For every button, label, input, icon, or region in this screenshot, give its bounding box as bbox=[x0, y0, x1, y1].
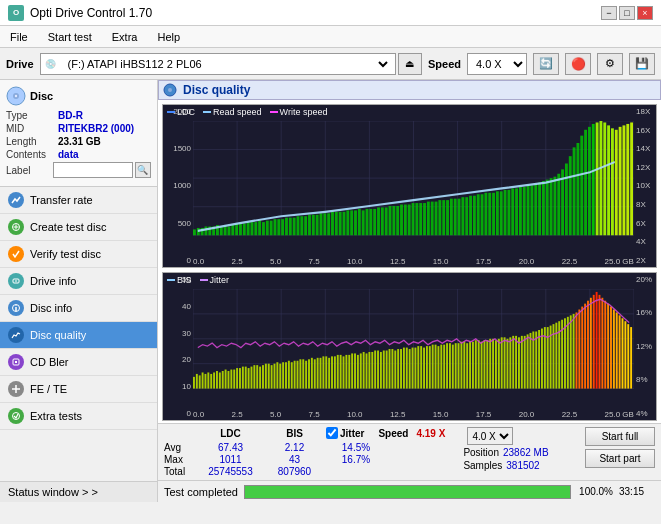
close-button[interactable]: × bbox=[637, 6, 653, 20]
svg-rect-82 bbox=[381, 207, 384, 235]
svg-rect-99 bbox=[446, 200, 449, 235]
position-value: 23862 MB bbox=[503, 447, 549, 458]
svg-rect-251 bbox=[443, 345, 445, 389]
sidebar-item-create-test-disc[interactable]: Create test disc bbox=[0, 214, 157, 241]
svg-rect-177 bbox=[230, 369, 232, 388]
start-buttons: Start full Start part bbox=[585, 427, 655, 468]
svg-rect-240 bbox=[412, 347, 414, 388]
svg-rect-198 bbox=[291, 362, 293, 388]
svg-rect-297 bbox=[576, 312, 578, 388]
svg-rect-243 bbox=[420, 346, 422, 388]
svg-rect-88 bbox=[404, 205, 407, 236]
sidebar-item-cd-bler[interactable]: CD Bler bbox=[0, 349, 157, 376]
save-icon[interactable]: 💾 bbox=[629, 53, 655, 75]
sidebar-item-fe-te[interactable]: FE / TE bbox=[0, 376, 157, 403]
menu-help[interactable]: Help bbox=[151, 29, 186, 45]
svg-rect-174 bbox=[222, 371, 224, 389]
svg-rect-40 bbox=[220, 226, 223, 235]
svg-rect-60 bbox=[297, 216, 300, 235]
svg-rect-296 bbox=[573, 314, 575, 389]
sidebar-item-verify-test-disc[interactable]: Verify test disc bbox=[0, 241, 157, 268]
svg-rect-258 bbox=[463, 342, 465, 389]
svg-rect-199 bbox=[294, 361, 296, 389]
write-speed-legend-label: Write speed bbox=[280, 107, 328, 117]
label-search-button[interactable]: 🔍 bbox=[135, 162, 151, 178]
svg-rect-301 bbox=[587, 301, 589, 389]
sidebar-item-disc-info[interactable]: Disc info bbox=[0, 295, 157, 322]
drive-select[interactable]: (F:) ATAPI iHBS112 2 PL06 bbox=[60, 53, 391, 75]
svg-rect-104 bbox=[465, 197, 468, 235]
drive-bar: Drive 💿 (F:) ATAPI iHBS112 2 PL06 ⏏ Spee… bbox=[0, 48, 661, 80]
sidebar-item-transfer-rate[interactable]: Transfer rate bbox=[0, 187, 157, 214]
svg-rect-268 bbox=[492, 339, 494, 389]
svg-rect-133 bbox=[576, 143, 579, 235]
svg-rect-33 bbox=[193, 229, 196, 235]
settings-icon[interactable]: ⚙ bbox=[597, 53, 623, 75]
ldc-legend-label: LDC bbox=[177, 107, 195, 117]
drive-info-icon bbox=[8, 273, 24, 289]
avg-label: Avg bbox=[164, 442, 194, 453]
svg-rect-127 bbox=[553, 177, 556, 236]
svg-rect-310 bbox=[613, 309, 615, 388]
svg-rect-137 bbox=[592, 124, 595, 235]
svg-rect-280 bbox=[527, 334, 529, 388]
nav-label-disc-info: Disc info bbox=[30, 302, 72, 314]
menu-start-test[interactable]: Start test bbox=[42, 29, 98, 45]
minimize-button[interactable]: − bbox=[601, 6, 617, 20]
progress-percent: 100.0% bbox=[577, 486, 613, 497]
svg-rect-271 bbox=[501, 337, 503, 388]
svg-rect-210 bbox=[325, 356, 327, 388]
maximize-button[interactable]: □ bbox=[619, 6, 635, 20]
svg-rect-89 bbox=[408, 205, 411, 236]
mid-label: MID bbox=[6, 123, 58, 134]
svg-rect-253 bbox=[449, 343, 451, 388]
svg-rect-265 bbox=[483, 340, 485, 388]
svg-rect-147 bbox=[630, 122, 633, 235]
svg-rect-66 bbox=[320, 213, 323, 235]
svg-rect-166 bbox=[199, 375, 201, 388]
start-full-button[interactable]: Start full bbox=[585, 427, 655, 446]
sidebar-item-drive-info[interactable]: Drive info bbox=[0, 268, 157, 295]
start-part-button[interactable]: Start part bbox=[585, 449, 655, 468]
svg-rect-121 bbox=[530, 185, 533, 235]
sidebar-item-extra-tests[interactable]: Extra tests bbox=[0, 403, 157, 430]
svg-rect-236 bbox=[400, 349, 402, 389]
svg-rect-257 bbox=[460, 342, 462, 389]
chart1-y-axis-right: 18X16X14X12X10X8X6X4X2X bbox=[634, 105, 656, 267]
svg-rect-118 bbox=[519, 187, 522, 235]
svg-rect-102 bbox=[458, 199, 461, 236]
menu-file[interactable]: File bbox=[4, 29, 34, 45]
svg-rect-180 bbox=[239, 368, 241, 388]
svg-rect-269 bbox=[495, 340, 497, 388]
svg-rect-204 bbox=[308, 359, 310, 388]
svg-rect-221 bbox=[357, 355, 359, 389]
menu-extra[interactable]: Extra bbox=[106, 29, 144, 45]
label-input[interactable] bbox=[53, 162, 133, 178]
svg-rect-284 bbox=[538, 330, 540, 389]
eject-button[interactable]: ⏏ bbox=[398, 53, 422, 75]
speed-select[interactable]: 4.0 X bbox=[467, 53, 527, 75]
chart1-y-axis-left: 2000150010005000 bbox=[163, 105, 193, 267]
svg-rect-115 bbox=[507, 190, 510, 235]
svg-rect-122 bbox=[534, 184, 537, 235]
status-window-button[interactable]: Status window > > bbox=[0, 481, 157, 502]
disc-icon bbox=[6, 86, 26, 106]
chart2-y-axis-right: 20%16%12%8%4% bbox=[634, 273, 656, 420]
svg-rect-53 bbox=[270, 221, 273, 236]
jitter-checkbox[interactable] bbox=[326, 427, 338, 439]
svg-rect-63 bbox=[308, 215, 311, 236]
type-value: BD-R bbox=[58, 110, 83, 121]
svg-rect-315 bbox=[627, 324, 629, 388]
length-value: 23.31 GB bbox=[58, 136, 101, 147]
svg-rect-93 bbox=[423, 203, 426, 235]
svg-rect-303 bbox=[593, 295, 595, 389]
svg-rect-238 bbox=[406, 347, 408, 388]
burn-icon[interactable]: 🔴 bbox=[565, 53, 591, 75]
sidebar-item-disc-quality[interactable]: Disc quality bbox=[0, 322, 157, 349]
bis-max: 43 bbox=[267, 454, 322, 465]
speed-select-stats[interactable]: 4.0 X bbox=[467, 427, 513, 445]
svg-rect-65 bbox=[316, 215, 319, 236]
chart2-inner bbox=[193, 289, 634, 406]
svg-rect-126 bbox=[550, 178, 553, 235]
refresh-icon[interactable]: 🔄 bbox=[533, 53, 559, 75]
